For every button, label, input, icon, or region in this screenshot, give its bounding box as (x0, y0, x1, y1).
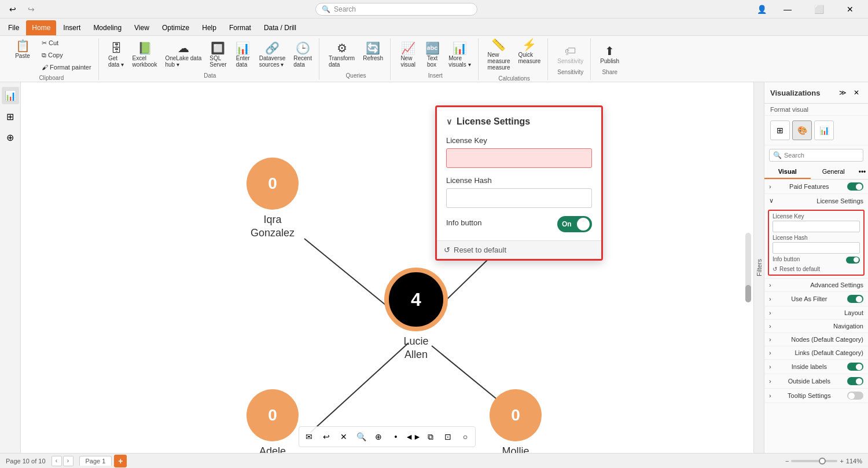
tab-help[interactable]: Help (196, 20, 222, 35)
canvas-ctrl-frame[interactable]: ⊡ (440, 429, 455, 444)
undo-button[interactable]: ↩ (5, 1, 21, 17)
cut-button[interactable]: ✂ Cut (38, 38, 95, 49)
canvas-ctrl-copy[interactable]: ⧉ (423, 429, 438, 444)
canvas-ctrl-circle[interactable]: ○ (458, 429, 473, 444)
tab-data-drill[interactable]: Data / Drill (258, 20, 302, 35)
viz-search-input[interactable] (784, 152, 859, 159)
canvas-scrollbar[interactable] (745, 233, 751, 302)
page-tab-1[interactable]: Page 1 (79, 456, 112, 466)
sensitivity-button[interactable]: 🏷 Sensitivity (554, 43, 587, 67)
inside-labels-toggle[interactable] (847, 363, 863, 371)
minimize-button[interactable]: — (774, 0, 801, 19)
section-nav-header[interactable]: › Navigation (764, 320, 868, 332)
tab-insert[interactable]: Insert (57, 20, 86, 35)
license-key-input[interactable] (446, 148, 592, 168)
transform-data-button[interactable]: ⚙ Transformdata (325, 40, 358, 70)
node-mollie-simmons[interactable]: 0 MollieSimmons (490, 389, 542, 453)
mini-reset-button[interactable]: ↺ Reset to default (773, 266, 860, 272)
node-iqra-gonzalez[interactable]: 0 IqraGonzalez (247, 158, 299, 240)
paste-button[interactable]: 📋 Paste (8, 38, 37, 61)
viz-type-table[interactable]: ⊞ (770, 120, 790, 140)
section-layout-header[interactable]: › Layout (764, 306, 868, 319)
section-use-filter-header[interactable]: › Use As Filter (764, 292, 868, 306)
canvas-ctrl-delete[interactable]: ✕ (336, 429, 351, 444)
redo-button[interactable]: ↪ (23, 1, 39, 17)
node-adele-knight[interactable]: 0 AdeleKnight (247, 389, 299, 453)
section-outside-labels-header[interactable]: › Outside Labels (764, 374, 868, 388)
title-search-bar[interactable]: 🔍 Search (315, 3, 477, 16)
canvas-ctrl-search[interactable]: 🔍 (354, 429, 369, 444)
close-button[interactable]: ✕ (837, 0, 863, 19)
use-filter-toggle[interactable] (847, 295, 863, 303)
next-page-button[interactable]: › (63, 456, 73, 466)
close-panel-button[interactable]: ✕ (851, 87, 862, 98)
quick-measure-button[interactable]: ⚡ Quickmeasure (514, 36, 544, 67)
canvas-area[interactable]: 0 IqraGonzalez 0 PearlSimmons 4 LucieAll… (21, 82, 753, 453)
tab-visual[interactable]: Visual (764, 165, 811, 179)
dataverse-button[interactable]: 🔗 Dataversesources ▾ (256, 40, 289, 70)
zoom-out-icon[interactable]: − (785, 458, 789, 465)
paid-features-toggle[interactable] (847, 182, 863, 191)
get-data-button[interactable]: 🗄 Getdata ▾ (105, 40, 128, 70)
publish-button[interactable]: ⬆ Publish (597, 43, 623, 67)
section-nodes-header[interactable]: › Nodes (Default Category) (764, 333, 868, 346)
zoom-in-icon[interactable]: + (840, 458, 843, 465)
tab-home[interactable]: Home (26, 20, 56, 35)
sql-server-button[interactable]: 🔲 SQLServer (206, 40, 230, 70)
zoom-slider[interactable] (791, 460, 837, 462)
expand-panel-button[interactable]: ≫ (837, 87, 848, 98)
tab-general[interactable]: General (811, 165, 857, 179)
more-visuals-button[interactable]: 📊 Morevisuals ▾ (445, 40, 474, 70)
mini-info-toggle[interactable] (846, 257, 860, 264)
section-advanced-header[interactable]: › Advanced Settings (764, 279, 868, 291)
section-links-header[interactable]: › Links (Default Category) (764, 346, 868, 359)
report-view-button[interactable]: 📊 (2, 87, 19, 104)
table-view-button[interactable]: ⊞ (2, 108, 19, 125)
section-paid-features-header[interactable]: › Paid Features (764, 180, 868, 193)
add-page-button[interactable]: + (114, 455, 127, 467)
viz-type-format[interactable]: 🎨 (792, 120, 812, 140)
excel-workbook-button[interactable]: 📗 Excelworkbook (129, 40, 161, 70)
text-box-button[interactable]: 🔤 Textbox (421, 40, 444, 70)
tab-modeling[interactable]: Modeling (87, 20, 127, 35)
section-inside-labels-header[interactable]: › Inside labels (764, 360, 868, 374)
tab-file[interactable]: File (2, 20, 25, 35)
mini-license-hash-input[interactable] (773, 242, 860, 254)
zoom-thumb[interactable] (819, 458, 826, 465)
section-advanced-settings: › Advanced Settings (764, 279, 868, 292)
format-painter-button[interactable]: 🖌 Format painter (38, 62, 95, 72)
node-lucie-allen[interactable]: 4 LucieAllen (384, 268, 448, 362)
license-hash-input[interactable] (446, 188, 592, 208)
canvas-ctrl-undo[interactable]: ↩ (319, 429, 334, 444)
enter-data-button[interactable]: 📊 Enterdata (231, 40, 255, 70)
outside-labels-toggle[interactable] (847, 377, 863, 385)
new-visual-button[interactable]: 📈 Newvisual (396, 40, 420, 70)
canvas-ctrl-back[interactable]: ✉ (301, 429, 317, 444)
mini-license-key-input[interactable] (773, 221, 860, 232)
section-tooltip-header[interactable]: › Tooltip Settings (764, 389, 868, 403)
tab-more-button[interactable]: ••• (856, 165, 868, 179)
reset-default-button[interactable]: ↺ Reset to default (437, 240, 601, 259)
tab-view[interactable]: View (128, 20, 155, 35)
tab-optimize[interactable]: Optimize (156, 20, 195, 35)
new-measure-button[interactable]: 📏 Newmeasuremeasure (484, 36, 514, 73)
viz-search-box[interactable]: 🔍 (769, 149, 863, 162)
maximize-button[interactable]: ⬜ (806, 0, 832, 19)
section-license-header[interactable]: ∨ License Settings (764, 194, 868, 207)
onelake-button[interactable]: ☁ OneLake datahub ▾ (161, 40, 205, 70)
model-view-button[interactable]: ⊕ (2, 129, 19, 146)
canvas-ctrl-arrows[interactable]: ◄► (406, 429, 421, 444)
recent-data-button[interactable]: 🕒 Recentdata (290, 40, 315, 70)
scrollbar-thumb[interactable] (745, 285, 751, 302)
canvas-ctrl-dot[interactable]: • (388, 429, 403, 444)
refresh-button[interactable]: 🔄 Refresh (359, 40, 387, 64)
user-avatar[interactable]: 👤 (753, 1, 770, 17)
tooltip-toggle[interactable] (847, 392, 863, 400)
tab-format[interactable]: Format (223, 20, 257, 35)
canvas-ctrl-select[interactable]: ⊕ (371, 429, 386, 444)
filters-tab[interactable]: Filters (753, 82, 764, 453)
viz-type-analytics[interactable]: 📊 (814, 120, 834, 140)
info-button-toggle[interactable]: On (557, 216, 592, 232)
copy-button[interactable]: ⧉ Copy (38, 50, 95, 61)
prev-page-button[interactable]: ‹ (52, 456, 62, 466)
